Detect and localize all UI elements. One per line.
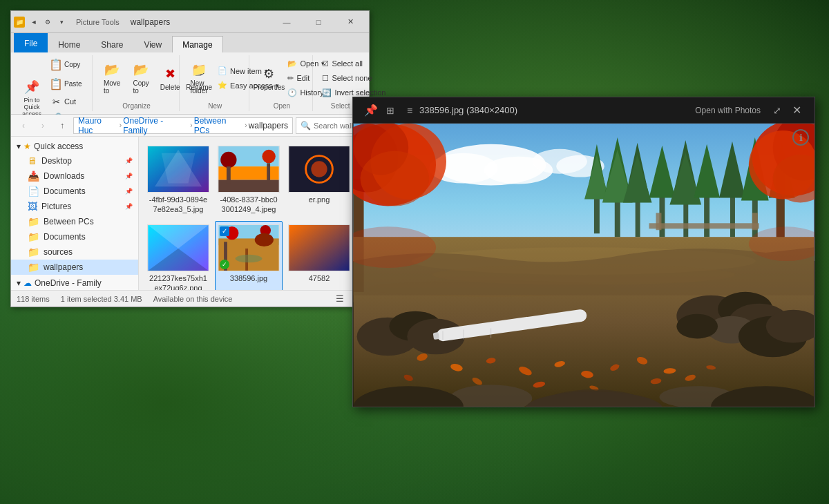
breadcrumb-sep1: › (120, 122, 122, 129)
viewer-image (353, 124, 814, 407)
svg-rect-96 (433, 332, 439, 340)
explorer-window: 📁 ◄ ⚙ ▾ Picture Tools wallpapers — □ ✕ F… (10, 10, 370, 307)
cut-icon: ✂ (50, 96, 61, 107)
edit-icon: ✏ (287, 74, 294, 83)
wallpapers-folder-icon: 📁 (28, 262, 39, 273)
sidebar-onedrive-header[interactable]: ▾ ☁ OneDrive - Family (11, 276, 138, 290)
file-item[interactable]: er.png (285, 142, 353, 218)
file-name: -4fbf-99d3-0894e7e82ea3_5.jpg (148, 195, 209, 215)
viewer-zoom-btn[interactable]: ⊞ (381, 101, 400, 120)
file-item[interactable]: 221237kes75xh1ex72uq6z.png (144, 221, 212, 290)
sidebar-item-documents[interactable]: 📄 Documents 📌 (11, 184, 138, 199)
pictures-folder-icon: 🖼 (28, 201, 37, 212)
details-view-btn[interactable]: ☰ (333, 293, 347, 305)
photo-viewer: 📌 ⊞ ≡ 338596.jpg (3840×2400) Open with P… (352, 97, 815, 407)
expand-icon2: ▾ (17, 278, 21, 288)
tab-share[interactable]: Share (90, 36, 133, 52)
sidebar-item-desktop[interactable]: 🖥 Desktop 📌 (11, 153, 138, 168)
sync-icon: ✓ (220, 260, 229, 269)
organize-label: Organize (98, 101, 175, 111)
tab-manage[interactable]: Manage (172, 36, 222, 52)
select-none-btn[interactable]: ☐ Select none (318, 72, 389, 85)
svg-point-91 (676, 314, 718, 339)
move-to-btn[interactable]: 📂 Moveto (98, 58, 126, 98)
breadcrumb-between: Between PCs (194, 116, 244, 135)
sidebar-item-wallpapers[interactable]: 📁 wallpapers (11, 260, 138, 275)
documents-pin-icon: 📌 (124, 187, 133, 195)
viewer-expand-btn[interactable]: ⤢ (768, 101, 787, 120)
folder-title-icon: 📁 (14, 17, 25, 28)
file-item[interactable]: 47582 (285, 221, 353, 290)
minimize-button[interactable]: — (271, 11, 303, 33)
copy-to-icon: 📂 (133, 61, 149, 78)
desktop-pin-icon: 📌 (124, 157, 133, 165)
viewer-pin-btn[interactable]: 📌 (361, 101, 381, 120)
open-icon: 📂 (287, 59, 297, 68)
file-thumbnail (147, 146, 209, 193)
properties-btn[interactable]: ⚙ Properties (255, 62, 283, 95)
nav-forward-btn[interactable]: › (35, 117, 51, 134)
status-bar: 118 items 1 item selected 3.41 MB Availa… (11, 290, 369, 307)
select-none-label: Select none (332, 74, 372, 82)
sidebar-item-sources[interactable]: 📁 sources (11, 244, 138, 260)
invert-icon: 🔄 (322, 88, 332, 97)
delete-label: Delete (160, 84, 180, 91)
sidebar-item-betweenpcs[interactable]: 📁 Between PCs (11, 214, 138, 229)
sidebar-item-pictures[interactable]: 🖼 Pictures 📌 (11, 199, 138, 214)
file-name: -408c-8337-bbc03001249_4.jpeg (218, 195, 279, 215)
viewer-titlebar: 📌 ⊞ ≡ 338596.jpg (3840×2400) Open with P… (353, 97, 814, 124)
delete-btn[interactable]: ✖ Delete (156, 62, 184, 95)
sidebar-item-downloads[interactable]: 📥 Downloads 📌 (11, 168, 138, 184)
sidebar-quick-access-header[interactable]: ▾ ★ Quick access (11, 139, 138, 153)
file-grid: -4fbf-99d3-0894e7e82ea3_5.jpg (139, 137, 369, 290)
select-all-btn[interactable]: ☑ Select all (318, 57, 389, 70)
qa-dropdown-btn[interactable]: ▾ (55, 16, 68, 28)
expand-icon: ▾ (17, 142, 21, 151)
documents2-folder-icon: 📁 (28, 231, 39, 242)
svg-point-21 (255, 233, 274, 246)
qa-properties-btn[interactable]: ⚙ (41, 16, 54, 28)
quick-access-label: Quick access (34, 142, 83, 151)
new-folder-btn[interactable]: 📁 Newfolder (185, 58, 213, 98)
svg-rect-68 (656, 213, 661, 230)
cut-label: Cut (64, 97, 76, 106)
nav-back-btn[interactable]: ‹ (15, 117, 32, 134)
file-name: er.png (309, 195, 330, 204)
tab-file[interactable]: File (14, 33, 48, 52)
paste-label: Paste (64, 80, 82, 88)
open-label: Open (255, 101, 308, 111)
qa-back-btn[interactable]: ◄ (28, 16, 40, 28)
file-item[interactable]: -408c-8337-bbc03001249_4.jpeg (215, 142, 283, 218)
wallpapers-label: wallpapers (44, 262, 83, 272)
tab-home[interactable]: Home (48, 36, 90, 52)
nav-up-btn[interactable]: ↑ (54, 117, 70, 134)
file-item[interactable]: -4fbf-99d3-0894e7e82ea3_5.jpg (144, 142, 212, 218)
copy-label: Copy (64, 61, 80, 68)
open-content: ⚙ Properties 📂 Open ▾ ✏ Edit 🕐 (255, 55, 308, 101)
sidebar-item-documents2[interactable]: 📁 Documents (11, 229, 138, 244)
viewer-open-with-btn[interactable]: Open with Photos (688, 103, 768, 118)
documents-folder-icon: 📄 (28, 186, 39, 197)
availability-info: Available on this device (153, 295, 233, 303)
file-item-selected[interactable]: ✓ ✓ (215, 221, 283, 290)
svg-point-6 (220, 152, 236, 168)
delete-icon: ✖ (162, 66, 178, 82)
star-icon: ★ (23, 142, 31, 151)
viewer-info-toggle-btn[interactable]: ≡ (400, 101, 419, 120)
title-bar-left: 📁 ◄ ⚙ ▾ Picture Tools wallpapers (14, 16, 271, 28)
invert-label: Invert selection (334, 88, 385, 97)
svg-point-12 (311, 161, 327, 177)
easy-access-icon: ⭐ (218, 81, 227, 90)
close-button[interactable]: ✕ (334, 11, 366, 33)
maximize-button[interactable]: □ (303, 11, 334, 33)
viewer-info-btn[interactable]: ℹ (792, 129, 809, 146)
svg-rect-24 (289, 225, 349, 271)
copy-icon: 📋 (50, 58, 62, 70)
viewer-close-btn[interactable]: ✕ (787, 101, 806, 120)
file-thumbnail (147, 224, 209, 271)
breadcrumb-text: Mauro Huc (78, 116, 118, 135)
tab-view[interactable]: View (133, 36, 172, 52)
copy-to-btn[interactable]: 📂 Copyto (127, 58, 155, 98)
select-content: ☑ Select all ☐ Select none 🔄 Invert sele… (318, 55, 362, 101)
breadcrumb[interactable]: Mauro Huc › OneDrive - Family › Between … (73, 117, 293, 134)
